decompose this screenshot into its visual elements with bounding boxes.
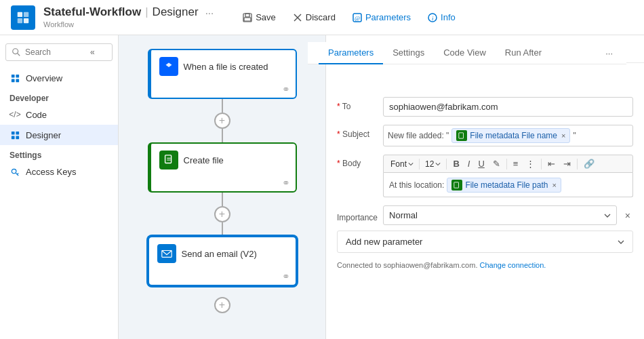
sidebar-item-overview[interactable]: Overview: [0, 68, 118, 88]
panel-tabs: Parameters Settings Code View Run After …: [308, 42, 626, 64]
save-button[interactable]: Save: [235, 9, 283, 26]
subject-label: * Subject: [337, 125, 378, 139]
email-icon: [157, 244, 176, 263]
header-dots[interactable]: ···: [205, 7, 214, 18]
svg-rect-16: [16, 74, 19, 77]
save-icon: [242, 12, 253, 23]
sidebar-item-access-keys[interactable]: Access Keys: [0, 161, 118, 182]
underline-button[interactable]: U: [475, 157, 487, 170]
overview-icon: [9, 73, 20, 83]
link-button[interactable]: 🔗: [580, 157, 598, 170]
dropbox-icon: [159, 57, 178, 76]
tab-settings[interactable]: Settings: [383, 42, 434, 64]
header-title-group: Stateful-Workflow | Designer ··· Workflo…: [43, 5, 214, 29]
action-node-3[interactable]: Send an email (V2) ⚭: [148, 236, 297, 286]
tag-file-path-icon: [451, 180, 462, 191]
developer-section-label: Developer: [0, 88, 118, 104]
search-container[interactable]: «: [5, 43, 113, 61]
chevron-down-icon: [435, 162, 441, 166]
body-label: * Body: [337, 155, 378, 168]
sidebar-item-designer[interactable]: Designer: [0, 125, 118, 145]
workflow-container: When a file is created ⚭ + Create file: [141, 49, 304, 313]
header-actions: Save Discard @ Parameters i Info: [235, 9, 462, 26]
body-editor[interactable]: At this location: File metadata File pat…: [383, 173, 633, 197]
action-node-2[interactable]: Create file ⚭: [148, 142, 297, 193]
change-connection-link[interactable]: Change connection.: [480, 261, 546, 269]
parameters-button[interactable]: @ Parameters: [345, 9, 418, 26]
sidebar-item-label: Overview: [26, 73, 62, 83]
highlight-button[interactable]: ✎: [489, 157, 504, 170]
parameters-icon: @: [352, 12, 363, 23]
svg-point-13: [13, 49, 18, 54]
font-size-dropdown-button[interactable]: 12: [422, 158, 443, 170]
importance-select[interactable]: Normal: [383, 205, 617, 225]
body-field-row: * Body Font 12 B I: [337, 155, 633, 197]
bold-button[interactable]: B: [449, 157, 462, 170]
unordered-list-button[interactable]: ≡: [510, 157, 522, 170]
svg-rect-0: [18, 12, 22, 16]
increase-indent-button[interactable]: ⇥: [560, 157, 574, 170]
trigger-node-label: When a file is created: [184, 62, 268, 72]
discard-button[interactable]: Discard: [285, 9, 342, 26]
subject-tag-label: File metadata File name: [470, 131, 557, 140]
add-step-2-button[interactable]: +: [214, 206, 230, 222]
subject-prefix: New file added: ": [388, 131, 449, 140]
node-link-icon: ⚭: [282, 178, 290, 188]
add-step-1-button[interactable]: +: [214, 113, 230, 129]
action-node-2-label: Create file: [184, 155, 224, 165]
svg-rect-6: [244, 18, 251, 21]
app-logo: [11, 5, 35, 30]
connection-info: Connected to sophiaowen@fabrikam.com. Ch…: [337, 258, 633, 272]
chevron-down-icon: [604, 214, 611, 218]
add-step-bottom-button[interactable]: +: [214, 297, 230, 313]
sidebar-item-label: Designer: [26, 130, 61, 140]
app-subtitle: Designer: [153, 5, 199, 19]
svg-rect-32: [454, 182, 459, 187]
info-icon: i: [427, 12, 438, 23]
font-dropdown-button[interactable]: Font: [388, 158, 416, 170]
tab-code-view[interactable]: Code View: [434, 42, 496, 64]
body-editor-container: Font 12 B I U ✎ ≡: [383, 155, 633, 197]
panel: «» Send an email (V2) Parameters Setting…: [325, 35, 644, 339]
tab-more-button[interactable]: ···: [603, 43, 616, 64]
decrease-indent-button[interactable]: ⇤: [544, 157, 559, 170]
connector-line: [222, 193, 223, 206]
tabs-spacer: [326, 63, 644, 89]
tab-parameters[interactable]: Parameters: [319, 42, 383, 64]
connector-1: +: [214, 99, 230, 142]
trigger-node[interactable]: When a file is created ⚭: [148, 49, 297, 99]
toolbar-sep-2: [446, 159, 447, 170]
panel-body: * To * Subject New file added: " File me…: [326, 89, 644, 339]
node-link-icon: ⚭: [282, 84, 290, 95]
subject-input[interactable]: New file added: " File metadata File nam…: [383, 125, 633, 146]
svg-rect-20: [16, 131, 19, 134]
designer-canvas: When a file is created ⚭ + Create file: [119, 35, 325, 339]
sidebar-item-label: Access Keys: [26, 167, 76, 177]
search-input[interactable]: [25, 47, 86, 57]
to-field-row: * To: [337, 97, 633, 117]
connector-2: +: [214, 193, 230, 236]
collapse-btn[interactable]: «: [90, 47, 95, 57]
to-input[interactable]: [383, 97, 633, 117]
toolbar-sep-1: [419, 159, 420, 170]
svg-rect-18: [16, 79, 19, 82]
importance-clear-button[interactable]: ×: [622, 207, 633, 224]
italic-button[interactable]: I: [464, 157, 474, 170]
svg-rect-3: [24, 18, 28, 22]
subject-tag: File metadata File name ×: [451, 128, 570, 143]
info-button[interactable]: i Info: [420, 9, 462, 26]
tab-run-after[interactable]: Run After: [496, 42, 551, 64]
body-prefix: At this location:: [389, 180, 444, 190]
subject-tag-close-button[interactable]: ×: [561, 132, 565, 140]
to-label: * To: [337, 97, 378, 111]
add-param-label: Add new parameter: [346, 237, 422, 247]
discard-icon: [292, 12, 303, 23]
sidebar-item-code[interactable]: </> Code: [0, 104, 118, 125]
ordered-list-button[interactable]: ⋮: [523, 157, 538, 170]
body-tag-close-button[interactable]: ×: [552, 181, 556, 189]
body-tag: File metadata File path ×: [447, 178, 561, 193]
svg-point-23: [12, 169, 16, 174]
connector-line: [222, 222, 223, 236]
add-parameter-button[interactable]: Add new parameter: [337, 231, 633, 253]
subject-field-row: * Subject New file added: " File metadat…: [337, 125, 633, 146]
